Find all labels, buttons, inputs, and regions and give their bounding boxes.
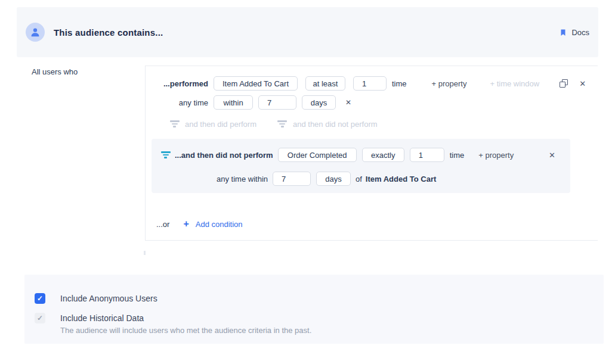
- filter-icon: [277, 120, 288, 127]
- operator-select[interactable]: exactly: [362, 148, 404, 162]
- of-label: of: [356, 175, 362, 183]
- add-condition-label: Add condition: [196, 220, 243, 229]
- count-input[interactable]: [410, 148, 444, 162]
- condition1-row2: any time within days ✕: [146, 95, 351, 110]
- and-then-did-not-perform-option[interactable]: and then did not perform: [277, 120, 378, 129]
- anchor-event-label: Item Added To Cart: [366, 175, 436, 183]
- operator-select[interactable]: at least: [305, 76, 345, 91]
- did-perform-label: and then did perform: [185, 120, 256, 129]
- docs-link[interactable]: Docs: [560, 28, 589, 37]
- event-select[interactable]: Item Added To Cart: [214, 76, 298, 91]
- anonymous-users-row: ✓ Include Anonymous Users: [35, 293, 157, 304]
- time-value-input[interactable]: [258, 95, 296, 110]
- bookmark-icon: [560, 28, 567, 37]
- include-anonymous-checkbox[interactable]: ✓: [35, 293, 45, 304]
- remove-condition-icon[interactable]: ✕: [579, 80, 586, 88]
- historical-data-row: ✓ Include Historical Data: [35, 313, 144, 323]
- sequence-options-row: and then did perform and then did not pe…: [169, 117, 378, 131]
- add-condition-button[interactable]: + Add condition: [169, 219, 242, 229]
- options-panel: ✓ Include Anonymous Users ✓ Include Hist…: [24, 275, 604, 344]
- docs-label: Docs: [571, 28, 589, 37]
- include-historical-checkbox: ✓: [35, 313, 45, 323]
- time-operator-select[interactable]: within: [214, 95, 253, 110]
- historical-data-description: The audience will include users who met …: [60, 326, 311, 335]
- include-historical-label: Include Historical Data: [60, 313, 144, 323]
- condition2-row1: ...and then did not perform Order Comple…: [160, 148, 570, 162]
- include-anonymous-label: Include Anonymous Users: [60, 294, 157, 303]
- add-time-window-button[interactable]: + time window: [490, 79, 539, 88]
- did-not-perform-label: and then did not perform: [293, 120, 378, 129]
- remove-sub-condition-icon[interactable]: ✕: [549, 151, 555, 159]
- count-suffix: time: [450, 151, 465, 160]
- filter-icon: [169, 120, 180, 127]
- or-row: ...or + Add condition: [156, 218, 243, 230]
- audience-header: This audience contains... Docs: [17, 7, 598, 57]
- duplicate-condition-icon[interactable]: [560, 79, 568, 88]
- count-input[interactable]: [353, 76, 387, 91]
- filter-icon-active: [160, 151, 171, 158]
- cropped-element-fragment: [144, 251, 146, 255]
- page-title: This audience contains...: [54, 27, 163, 38]
- and-then-did-perform-option[interactable]: and then did perform: [169, 120, 256, 129]
- add-property-button[interactable]: + property: [478, 151, 514, 160]
- remove-time-window-icon[interactable]: ✕: [345, 99, 351, 106]
- sub-condition-box: ...and then did not perform Order Comple…: [152, 139, 570, 193]
- event-select[interactable]: Order Completed: [278, 148, 357, 162]
- plus-icon: +: [183, 219, 188, 229]
- time-unit-select[interactable]: days: [316, 172, 351, 186]
- condition1-row1: ...performed Item Added To Cart at least…: [146, 76, 598, 91]
- person-icon: [30, 27, 41, 38]
- add-property-button[interactable]: + property: [432, 79, 467, 88]
- or-label: ...or: [156, 220, 169, 229]
- all-users-who-label: All users who: [32, 67, 78, 76]
- condition-group: ...performed Item Added To Cart at least…: [145, 66, 598, 241]
- time-value-input[interactable]: [273, 172, 311, 186]
- time-unit-select[interactable]: days: [302, 95, 336, 110]
- user-avatar: [26, 23, 45, 42]
- count-suffix: time: [392, 79, 407, 88]
- condition2-prefix: ...and then did not perform: [175, 151, 273, 160]
- condition1-prefix: ...performed: [146, 79, 208, 88]
- condition2-row2: any time within days of Item Added To Ca…: [152, 172, 436, 186]
- time-prefix: any time within: [152, 175, 268, 183]
- time-prefix: any time: [146, 98, 208, 107]
